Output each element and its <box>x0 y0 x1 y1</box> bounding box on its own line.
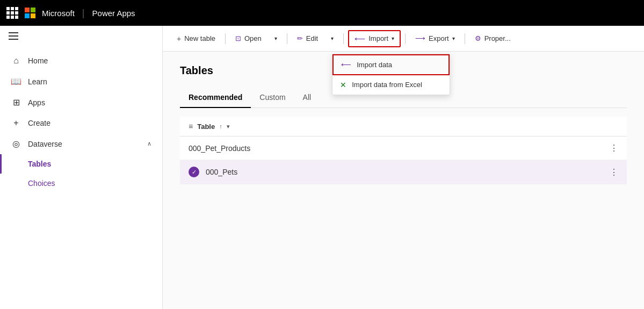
sidebar-item-tables-label: Tables <box>28 160 51 168</box>
import-excel-label: Import data from Excel <box>352 81 422 89</box>
chevron-up-icon: ∧ <box>147 140 151 147</box>
sidebar-item-tables[interactable]: Tables <box>0 154 162 174</box>
toolbar: + New table ⊡ Open ▾ ✏ Edit ▾ <box>163 26 644 52</box>
learn-icon: 📖 <box>11 76 21 87</box>
sort-up-icon: ↑ <box>219 123 222 130</box>
sidebar-item-choices-label: Choices <box>28 179 55 188</box>
row1-name: 000_Pet_Products <box>189 144 250 153</box>
toolbar-sep-2 <box>287 33 287 44</box>
new-table-label: New table <box>184 34 215 42</box>
open-icon: ⊡ <box>235 34 241 42</box>
import-label: Import <box>368 34 388 42</box>
sidebar-item-choices[interactable]: Choices <box>0 174 162 193</box>
properties-icon: ⚙ <box>475 34 481 42</box>
sidebar-item-home-label: Home <box>28 56 48 65</box>
new-table-button[interactable]: + New table <box>171 31 221 46</box>
content-area: + New table ⊡ Open ▾ ✏ Edit ▾ <box>163 26 644 309</box>
sidebar: ⌂ Home 📖 Learn ⊞ Apps + Create ◎ Dataver… <box>0 26 163 309</box>
toolbar-sep-3 <box>343 33 344 44</box>
create-icon: + <box>11 118 21 128</box>
list-view-icon: ≡ <box>189 122 193 131</box>
active-bar <box>0 154 2 174</box>
brand-separator: | <box>82 8 85 19</box>
import-dropdown-menu: ⟵ Import data ✕ Import data from Excel <box>332 54 450 95</box>
import-dropdown-container: ⟵ Import ▾ ⟵ Import data ✕ Import data f… <box>348 30 401 47</box>
toolbar-sep-4 <box>405 33 406 44</box>
sort-toggle-icon[interactable]: ▾ <box>227 123 230 130</box>
sidebar-item-create-label: Create <box>28 119 50 127</box>
table-row[interactable]: ✓ 000_Pets ⋮ <box>180 160 627 184</box>
tab-recommended[interactable]: Recommended <box>180 88 251 108</box>
table-header: ≡ Table ↑ ▾ <box>180 117 627 136</box>
apps-icon: ⊞ <box>11 97 21 107</box>
open-chevron-button[interactable]: ▾ <box>269 32 283 45</box>
toolbar-sep-5 <box>465 33 465 44</box>
sidebar-item-dataverse-label: Dataverse <box>28 140 62 148</box>
sidebar-item-learn[interactable]: 📖 Learn <box>0 71 162 92</box>
microsoft-logo <box>25 8 35 18</box>
new-table-plus-icon: + <box>177 34 181 43</box>
sidebar-item-apps[interactable]: ⊞ Apps <box>0 92 162 113</box>
import-button[interactable]: ⟵ Import ▾ <box>348 30 401 47</box>
export-icon: ⟶ <box>415 34 425 42</box>
sidebar-item-dataverse[interactable]: ◎ Dataverse ∧ <box>0 133 162 154</box>
hamburger-icon <box>9 32 154 40</box>
edit-label: Edit <box>306 34 318 42</box>
dataverse-icon: ◎ <box>11 139 21 149</box>
import-chevron-icon: ▾ <box>392 35 394 41</box>
open-button[interactable]: ⊡ Open <box>230 31 267 46</box>
edit-button[interactable]: ✏ Edit <box>292 31 323 46</box>
sidebar-item-create[interactable]: + Create <box>0 113 162 133</box>
edit-chevron-icon: ▾ <box>331 35 334 41</box>
tab-all[interactable]: All <box>294 88 320 108</box>
properties-button[interactable]: ⚙ Proper... <box>469 31 516 46</box>
import-data-item[interactable]: ⟵ Import data <box>332 54 450 75</box>
import-data-icon: ⟵ <box>341 61 351 69</box>
row2-name: 000_Pets <box>206 168 237 176</box>
top-bar: Microsoft | Power Apps <box>0 0 644 26</box>
hamburger-button[interactable] <box>0 26 162 46</box>
row-left-1: 000_Pet_Products <box>189 144 250 153</box>
table-col-label: Table <box>197 123 215 131</box>
open-chevron-icon: ▾ <box>274 35 277 41</box>
properties-label: Proper... <box>484 34 511 42</box>
sidebar-item-home[interactable]: ⌂ Home <box>0 51 162 71</box>
home-icon: ⌂ <box>11 56 21 66</box>
import-icon: ⟵ <box>354 34 365 43</box>
dataverse-left: ◎ Dataverse <box>11 139 62 149</box>
table-area: ≡ Table ↑ ▾ 000_Pet_Products ⋮ ✓ 00 <box>180 117 627 184</box>
main-layout: ⌂ Home 📖 Learn ⊞ Apps + Create ◎ Dataver… <box>0 26 644 309</box>
row2-more-icon[interactable]: ⋮ <box>610 167 618 177</box>
row-left-2: ✓ 000_Pets <box>189 167 237 177</box>
toolbar-sep-1 <box>225 33 226 44</box>
open-label: Open <box>244 34 262 42</box>
selected-check-icon: ✓ <box>189 167 199 177</box>
waffle-icon[interactable] <box>6 7 18 19</box>
microsoft-label: Microsoft <box>42 9 75 18</box>
export-button[interactable]: ⟶ Export ▾ <box>410 31 460 46</box>
excel-icon: ✕ <box>340 81 346 89</box>
import-excel-item[interactable]: ✕ Import data from Excel <box>332 75 450 95</box>
sidebar-item-apps-label: Apps <box>28 98 45 107</box>
import-data-label: Import data <box>357 61 392 69</box>
table-row[interactable]: 000_Pet_Products ⋮ <box>180 136 627 160</box>
sidebar-nav: ⌂ Home 📖 Learn ⊞ Apps + Create ◎ Dataver… <box>0 46 162 197</box>
export-label: Export <box>429 34 449 42</box>
powerapps-brand: Power Apps <box>92 9 135 18</box>
row1-more-icon[interactable]: ⋮ <box>610 143 618 153</box>
sidebar-item-learn-label: Learn <box>28 77 47 86</box>
tab-custom[interactable]: Custom <box>251 88 294 108</box>
export-chevron-icon: ▾ <box>452 35 455 41</box>
edit-chevron-button[interactable]: ▾ <box>325 32 339 45</box>
edit-icon: ✏ <box>297 34 303 42</box>
